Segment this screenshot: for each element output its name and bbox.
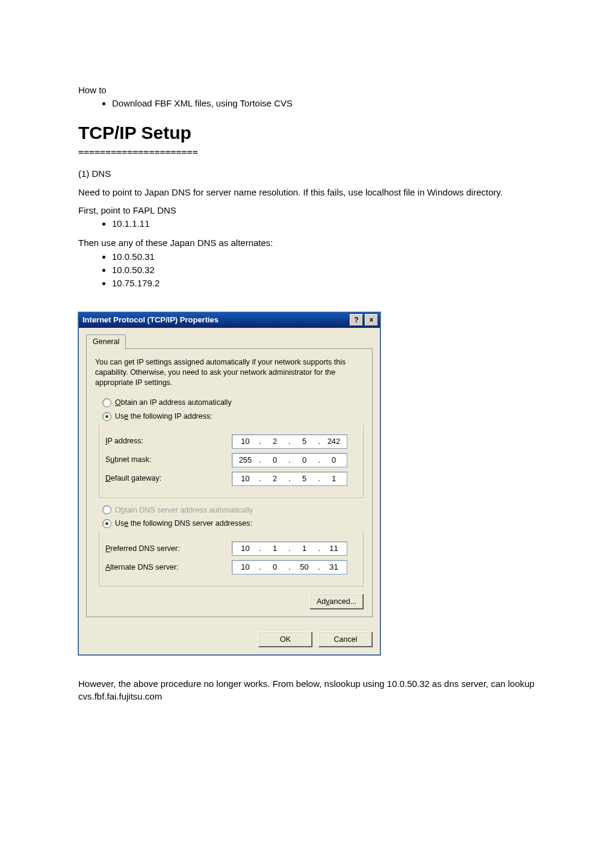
section-divider: ====================== (78, 146, 536, 158)
radio-icon (102, 519, 111, 528)
list-item: Download FBF XML files, using Tortoise C… (112, 97, 536, 109)
help-icon: ? (354, 315, 358, 325)
cancel-button[interactable]: Cancel (318, 632, 373, 647)
step-label: (1) DNS (78, 168, 536, 180)
radio-use-dns[interactable]: Use the following DNS server addresses: (102, 519, 364, 529)
need-paragraph: Need to point to Japan DNS for server na… (78, 186, 536, 199)
subnet-mask-input[interactable]: 255. 0. 0. 0 (232, 453, 347, 467)
section-title: TCP/IP Setup (78, 121, 536, 146)
advanced-button[interactable]: Advanced... (309, 594, 364, 609)
fapl-list: 10.1.1.11 (78, 218, 536, 230)
default-gateway-input[interactable]: 10. 2. 5. 1 (232, 472, 347, 486)
radio-obtain-dns: Obtain DNS server address automatically (102, 505, 364, 516)
list-item: 10.0.50.32 (112, 264, 536, 276)
radio-icon (102, 505, 111, 514)
ip-group: IP address: 10. 2. 5. 242 Subnet mask: 2… (99, 424, 364, 498)
radio-label: Use the following IP address: (115, 411, 212, 422)
alternate-dns-input[interactable]: 10. 0. 50. 31 (232, 560, 347, 574)
radio-icon (102, 412, 111, 421)
radio-label: Use the following DNS server addresses: (115, 519, 252, 529)
radio-label: Obtain DNS server address automatically (115, 505, 253, 516)
dns-group: Preferred DNS server: 10. 1. 1. 11 Alter… (99, 531, 364, 586)
howto-heading: How to (78, 84, 536, 96)
tcpip-properties-dialog: Internet Protocol (TCP/IP) Properties ? … (78, 312, 380, 655)
radio-icon (102, 398, 111, 407)
ip-address-label: IP address: (105, 436, 232, 446)
ip-address-input[interactable]: 10. 2. 5. 242 (232, 434, 347, 449)
first-line: First, point to FAPL DNS (78, 205, 536, 217)
general-panel: You can get IP settings assigned automat… (86, 348, 373, 617)
dialog-title-text: Internet Protocol (TCP/IP) Properties (82, 315, 219, 325)
intro-text: You can get IP settings assigned automat… (95, 357, 364, 388)
help-button[interactable]: ? (350, 314, 363, 326)
footer-paragraph: However, the above procedure no longer w… (78, 678, 536, 703)
subnet-mask-label: Subnet mask: (105, 455, 232, 465)
list-item: 10.0.50.31 (112, 251, 536, 263)
close-button[interactable]: × (365, 314, 378, 326)
close-icon: × (369, 315, 373, 325)
alternate-dns-label: Alternate DNS server: (105, 562, 232, 573)
dialog-titlebar: Internet Protocol (TCP/IP) Properties ? … (79, 312, 380, 328)
list-item: 10.1.1.11 (112, 218, 536, 230)
radio-use-ip[interactable]: Use the following IP address: (102, 411, 364, 422)
list-item: 10.75.179.2 (112, 277, 536, 289)
preferred-dns-input[interactable]: 10. 1. 1. 11 (232, 541, 347, 556)
then-line: Then use any of these Japan DNS as alter… (78, 237, 536, 249)
radio-label: Obtain an IP address automatically (115, 398, 232, 408)
japan-dns-list: 10.0.50.31 10.0.50.32 10.75.179.2 (78, 251, 536, 290)
preferred-dns-label: Preferred DNS server: (105, 544, 232, 554)
howto-list: Download FBF XML files, using Tortoise C… (78, 97, 536, 109)
default-gateway-label: Default gateway: (105, 473, 232, 484)
tab-general[interactable]: General (86, 334, 126, 349)
radio-obtain-ip[interactable]: Obtain an IP address automatically (102, 398, 364, 408)
ok-button[interactable]: OK (258, 632, 312, 647)
